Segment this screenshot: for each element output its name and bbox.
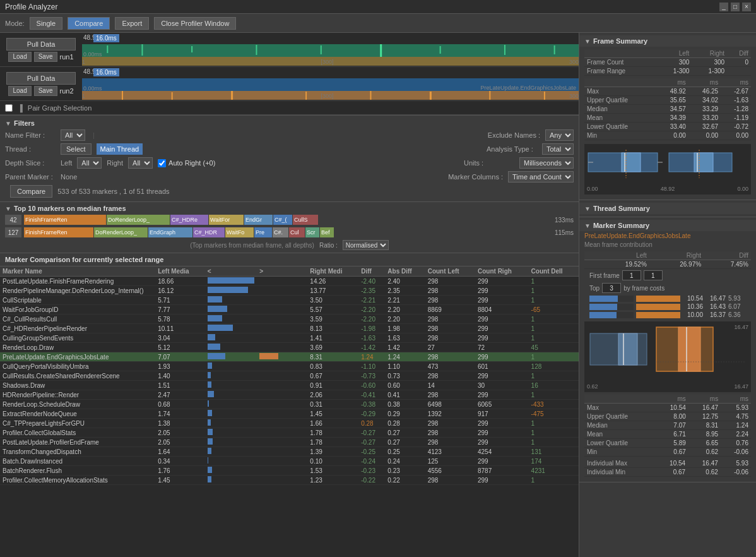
cost-val-left-2: 10.36: [683, 303, 703, 310]
exclude-names-label: Exclude Names :: [488, 131, 540, 139]
cost-val-left-1: 10.54: [683, 295, 703, 302]
top-n-input[interactable]: [602, 283, 621, 293]
top10-header[interactable]: ▼ Top 10 markers on median frames: [0, 203, 579, 213]
name-filter-select[interactable]: All: [61, 129, 85, 141]
cell-rightmedi: 5.57: [307, 305, 358, 314]
fst-row-uq: Upper Quartile 35.65 34.02 -1.63: [584, 96, 751, 105]
first-frame-left-input[interactable]: [622, 270, 641, 280]
cell-countdell: 1: [529, 476, 579, 485]
cell-rightmedi: 3.50: [307, 296, 358, 305]
save-button-2[interactable]: Save: [34, 86, 57, 96]
graph-content-1[interactable]: 48.9ms ▼ 16.0ms: [82, 33, 579, 66]
close-profiler-button[interactable]: Close Profiler Window: [154, 17, 236, 30]
marker-pct-row: 19.52% 26.97% 7.45%: [584, 260, 751, 269]
top10-triangle: ▼: [5, 205, 11, 212]
thread-summary-header[interactable]: ▼ Thread Summary: [579, 203, 756, 214]
load-button-2[interactable]: Load: [8, 86, 31, 96]
marker-summary-title: Marker Summary: [593, 222, 649, 229]
top10-section: ▼ Top 10 markers on median frames 42 Fin…: [0, 202, 579, 253]
cell-countright: 30: [475, 381, 529, 390]
cell-less: [205, 476, 257, 485]
marker-summary-name: PreLateUpdate.EndGraphicsJobsLate: [579, 231, 756, 241]
pull-data-button-2[interactable]: Pull Data: [6, 72, 76, 85]
cell-countleft: 298: [425, 428, 475, 438]
thread-summary-triangle: ▼: [584, 205, 591, 212]
cell-countright: 299: [475, 352, 529, 362]
close-button[interactable]: ×: [742, 3, 751, 11]
cell-diff: -0.29: [358, 409, 385, 419]
cell-diff: -1.63: [358, 333, 385, 343]
cell-less: [205, 333, 257, 343]
cell-rightmedi: 0.67: [307, 371, 358, 381]
cell-countleft: 4123: [425, 447, 475, 457]
cell-diff: -2.40: [358, 277, 385, 286]
cell-countdell: 1: [529, 314, 579, 324]
cell-absdiff: 0.73: [385, 371, 425, 381]
cell-countdell: 1: [529, 438, 579, 447]
marker-summary-header[interactable]: ▼ Marker Summary: [579, 220, 756, 231]
single-mode-button[interactable]: Single: [30, 17, 63, 30]
thread-summary-section: ▼ Thread Summary: [579, 200, 756, 217]
cell-countleft: 298: [425, 286, 475, 296]
cost-diff-2: 6.07: [728, 303, 746, 310]
analysis-type-select[interactable]: Total: [542, 143, 574, 155]
col-diff: Diff: [358, 267, 385, 277]
cell-countright: 299: [475, 419, 529, 428]
marker-columns-select[interactable]: Time and Count: [508, 171, 574, 183]
graph-content-2[interactable]: 48.9ms ▼ 16.0ms: [82, 67, 579, 100]
pair-graph-checkbox[interactable]: [5, 104, 13, 112]
cell-name: C#_CullResultsCull: [0, 314, 155, 324]
cell-absdiff: 0.60: [385, 381, 425, 390]
minimize-button[interactable]: _: [719, 3, 728, 11]
auto-right-label[interactable]: Auto Right (+0): [158, 159, 215, 167]
thread-select-button[interactable]: Select: [61, 143, 92, 155]
cell-greater: [257, 305, 307, 314]
parent-marker-value: None: [61, 173, 77, 181]
depth-right-select[interactable]: All: [128, 157, 153, 169]
cell-name: Profiler.CollectMemoryAllocationStats: [0, 476, 155, 485]
filters-header[interactable]: ▼ Filters: [0, 118, 579, 128]
compare-button[interactable]: Compare: [10, 185, 52, 198]
cell-countleft: 298: [425, 296, 475, 305]
cell-leftmedia: 3.04: [155, 333, 205, 343]
depth-left-select[interactable]: All: [77, 157, 102, 169]
cell-less: [205, 381, 257, 390]
cell-countleft: 298: [425, 371, 475, 381]
auto-right-checkbox[interactable]: [158, 159, 166, 167]
cell-countdell: 1: [529, 419, 579, 428]
cell-diff: -2.20: [358, 314, 385, 324]
cell-name: RenderPipelineManager.DoRenderLoop_Inter…: [0, 286, 155, 296]
units-select[interactable]: Milliseconds: [519, 157, 574, 169]
first-frame-right-input[interactable]: [644, 270, 663, 280]
left-panel: Pull Data Load Save run1 48.9ms ▼ 16.0ms: [0, 33, 579, 557]
frame-summary-header[interactable]: ▼ Frame Summary: [579, 35, 756, 47]
cell-rightmedi: 13.77: [307, 286, 358, 296]
ms-row-median: Median 7.07 8.31 1.24: [584, 421, 751, 430]
cell-countright: 299: [475, 457, 529, 466]
compare-mode-button[interactable]: Compare: [68, 17, 110, 30]
maximize-button[interactable]: □: [731, 3, 740, 11]
cell-less: [205, 296, 257, 305]
cell-rightmedi: 1.66: [307, 419, 358, 428]
cell-countdell: -433: [529, 400, 579, 409]
marker-table-header: Marker Comparison for currently selected…: [0, 253, 579, 267]
save-button-1[interactable]: Save: [34, 52, 57, 62]
indiv-max-row: Individual Max 10.54 16.47 5.93: [584, 459, 751, 468]
export-button[interactable]: Export: [115, 17, 149, 30]
cell-countleft: 298: [425, 324, 475, 333]
fs-label-framecount: Frame Count: [584, 58, 657, 67]
top10-ms-2: 115ms: [548, 229, 574, 236]
load-button-1[interactable]: Load: [8, 52, 31, 62]
pull-data-button-1[interactable]: Pull Data: [6, 38, 76, 51]
cell-less: [205, 314, 257, 324]
cell-greater: [257, 438, 307, 447]
cell-name: CullQueryPortalVisibilityUmbra: [0, 362, 155, 371]
ratio-select[interactable]: Normalised: [343, 240, 389, 250]
cell-name: TransformChangedDispatch: [0, 447, 155, 457]
cell-less: [205, 438, 257, 447]
top10-bar-render-1: DoRenderLoop_: [107, 215, 170, 225]
cell-absdiff: 2.21: [385, 296, 425, 305]
cell-name: ExtractRenderNodeQueue: [0, 409, 155, 419]
table-row: ExtractRenderNodeQueue 1.74 1.45 -0.29 0…: [0, 409, 579, 419]
exclude-names-select[interactable]: Any: [545, 129, 574, 141]
